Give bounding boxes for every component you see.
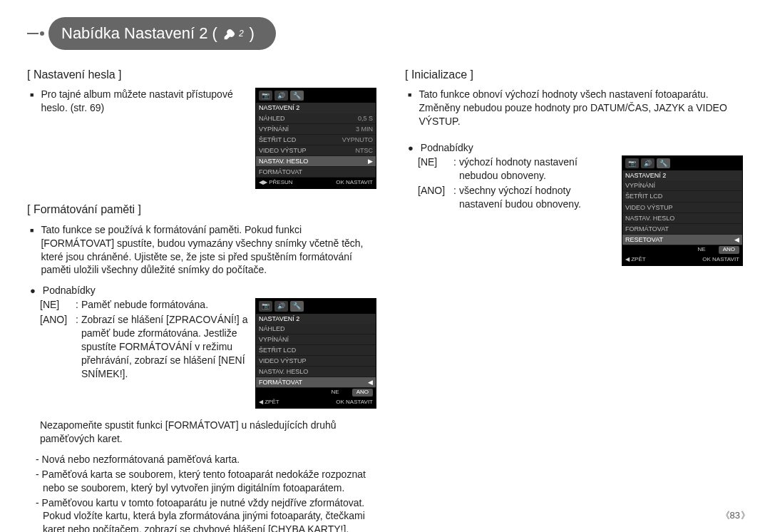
bullet-icon: ■ bbox=[30, 88, 34, 102]
format-case-3: - Paměťovou kartu v tomto fotoaparátu je… bbox=[36, 496, 376, 532]
password-text: Pro tajné album můžete nastavit přístupo… bbox=[41, 88, 248, 115]
format-case-2: - Paměťová karta se souborem, který tent… bbox=[36, 468, 376, 495]
section-password-title: [ Nastavení hesla ] bbox=[27, 67, 376, 83]
option-ne-label: [NE] bbox=[418, 155, 453, 183]
option-ano-label: [ANO] bbox=[418, 184, 453, 211]
section-format-title: [ Formátování paměti ] bbox=[27, 202, 376, 218]
bullet-icon: ■ bbox=[408, 88, 411, 102]
page-title: Nabídka Nastavení 2 ( 2 ) bbox=[48, 17, 276, 50]
option-ne-label: [NE] bbox=[40, 298, 76, 312]
option-ne-text: Paměť nebude formátována. bbox=[81, 298, 248, 312]
page-number: 83 bbox=[721, 509, 750, 522]
title-close: ) bbox=[250, 23, 255, 44]
init-text: Tato funkce obnoví výchozí hodnoty všech… bbox=[419, 88, 743, 128]
option-ano-label: [ANO] bbox=[40, 313, 76, 380]
title-dot bbox=[38, 30, 46, 37]
lcd-screenshot-password: 📷🔊🔧 NASTAVENÍ 2 NÁHLED0,5 S VYPÍNÁNÍ3 MI… bbox=[255, 88, 376, 189]
title-subscript: 2 bbox=[239, 28, 244, 39]
format-case-1: - Nová nebo nezformátovaná paměťová kart… bbox=[36, 453, 376, 466]
option-ano-text: všechny výchozí hodnoty nastavení budou … bbox=[459, 184, 615, 211]
bullet-icon: ■ bbox=[30, 223, 34, 237]
bullet-icon: ● bbox=[408, 141, 414, 155]
title-text: Nabídka Nastavení 2 ( bbox=[61, 23, 217, 44]
page-title-bar: Nabídka Nastavení 2 ( 2 ) bbox=[27, 17, 743, 50]
format-warning: Nezapomeňte spustit funkci [FORMÁTOVAT] … bbox=[40, 419, 376, 446]
bullet-icon: ● bbox=[30, 284, 36, 298]
lcd-screenshot-format: 📷🔊🔧 NASTAVENÍ 2 NÁHLED VYPÍNÁNÍ ŠETŘIT L… bbox=[255, 298, 376, 409]
lcd-screenshot-init: 📷🔊🔧 NASTAVENÍ 2 VYPÍNÁNÍ ŠETŘIT LCD VIDE… bbox=[622, 155, 743, 266]
sub-label: Podnabídky bbox=[421, 141, 473, 155]
format-text: Tato funkce se používá k formátování pam… bbox=[41, 223, 376, 277]
sub-label: Podnabídky bbox=[43, 284, 96, 297]
option-ano-text: Zobrazí se hlášení [ZPRACOVÁNÍ!] a paměť… bbox=[81, 313, 248, 380]
wrench-icon: 2 bbox=[223, 26, 244, 41]
option-ne-text: výchozí hodnoty nastavení nebudou obnove… bbox=[459, 155, 615, 183]
section-init-title: [ Inicializace ] bbox=[405, 67, 743, 83]
